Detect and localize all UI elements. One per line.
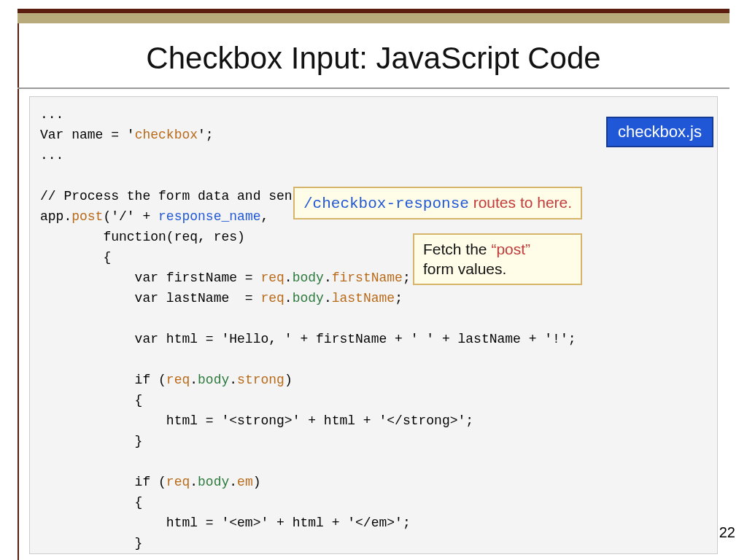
bar-gold	[18, 13, 729, 23]
code-line: }	[40, 434, 142, 448]
code-line: app.post('/' + response_name,	[40, 209, 268, 224]
code-line: ...	[40, 148, 63, 163]
callout-fetch: Fetch the “post” form values.	[413, 233, 582, 285]
code-line: var firstName = req.body.firstName;	[40, 271, 411, 285]
code-line: var html = 'Hello, ' + firstName + ' ' +…	[40, 332, 576, 346]
code-line: if (req.body.strong)	[40, 373, 293, 387]
code-line: html = '<em>' + html + '</em>';	[40, 516, 411, 530]
header-bars	[18, 9, 729, 23]
left-rule	[18, 23, 19, 560]
callout-fetch-l2: form values.	[423, 260, 506, 277]
code-line: function(req, res)	[40, 230, 245, 244]
filename-badge: checkbox.js	[606, 117, 713, 147]
callout-route-mono: /checkbox-response	[303, 195, 469, 212]
code-line: html = '<strong>' + html + '</strong>';	[40, 413, 473, 428]
callout-fetch-l1b: “post”	[491, 241, 530, 257]
code-line: var lastName = req.body.lastName;	[40, 291, 403, 306]
code-line: if (req.body.em)	[40, 475, 261, 489]
page-number: 22	[719, 524, 735, 541]
code-block: ... Var name = 'checkbox'; ... // Proces…	[29, 96, 718, 554]
callout-route: /checkbox-response routes to here.	[293, 187, 582, 219]
callout-route-rest: routes to here.	[469, 194, 572, 211]
page-title: Checkbox Input: JavaScript Code	[0, 41, 747, 76]
code-line: Var name = 'checkbox';	[40, 128, 214, 142]
code-line: }	[40, 536, 142, 551]
code-line: ...	[40, 107, 63, 122]
code-line: {	[40, 495, 142, 510]
code-line: {	[40, 250, 111, 265]
title-underline	[18, 88, 729, 89]
callout-fetch-l1a: Fetch the	[423, 241, 491, 257]
code-line: {	[40, 393, 142, 408]
